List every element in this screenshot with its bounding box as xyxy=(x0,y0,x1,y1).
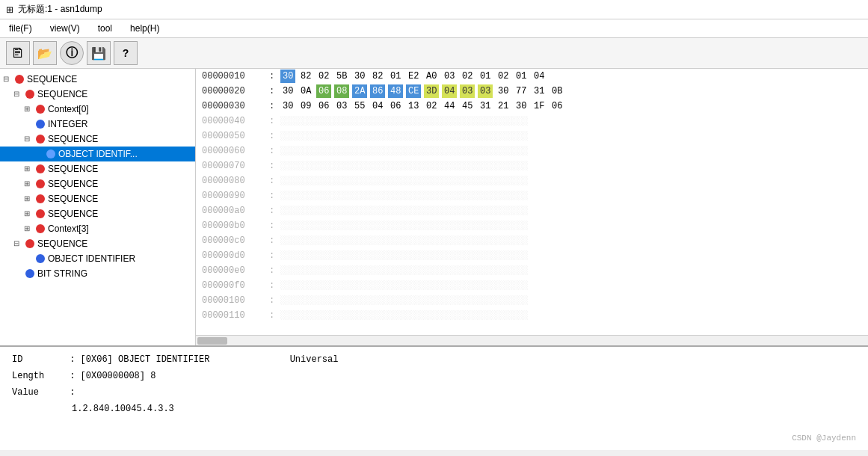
tree-dot xyxy=(25,239,34,248)
tree-label: SEQUENCE xyxy=(37,87,87,101)
app-icon: ⊞ xyxy=(6,4,13,15)
menu-help[interactable]: help(H) xyxy=(127,22,162,35)
title-text: 无标题:1 - asn1dump xyxy=(18,3,102,16)
hex-row: 00000070:░░░░░░░░░░░░░░░░░░░░░░░░░░░░░░░… xyxy=(196,158,868,173)
tree-label: BIT STRING xyxy=(37,267,87,280)
hex-row: 000000a0:░░░░░░░░░░░░░░░░░░░░░░░░░░░░░░░… xyxy=(196,203,868,218)
info-length-line: Length : [0X00000008] 8 xyxy=(12,369,856,383)
hex-row: 000000b0:░░░░░░░░░░░░░░░░░░░░░░░░░░░░░░░… xyxy=(196,218,868,233)
tree-dot xyxy=(36,179,45,188)
hex-row: 00000030 : 30 09 06 03 55 04 06 13 02 44… xyxy=(196,99,868,114)
hex-panel: 00000010 : 30 82 02 5B 30 82 01 E2 A0 03… xyxy=(196,69,868,335)
tree-label: SEQUENCE xyxy=(48,177,98,191)
expand-icon[interactable]: ⊞ xyxy=(24,102,34,116)
tree-dot xyxy=(36,135,45,144)
tree-panel: ⊟SEQUENCE⊟SEQUENCE⊞Context[0]INTEGER⊟SEQ… xyxy=(0,69,196,345)
id-value: [0X06] OBJECT IDENTIFIER xyxy=(81,354,210,365)
expand-icon[interactable]: ⊞ xyxy=(24,192,34,206)
tree-label: SEQUENCE xyxy=(48,207,98,221)
hex-scrollbar[interactable] xyxy=(196,335,868,345)
tree-item-seq7[interactable]: ⊞SEQUENCE xyxy=(0,206,195,221)
main-area: ⊟SEQUENCE⊟SEQUENCE⊞Context[0]INTEGER⊟SEQ… xyxy=(0,69,868,450)
info-button[interactable]: ⓘ xyxy=(60,41,84,65)
tree-item-ctx3[interactable]: ⊞Context[3] xyxy=(0,221,195,236)
menu-bar: file(F) view(V) tool help(H) xyxy=(0,19,868,38)
tree-item-seq3[interactable]: ⊟SEQUENCE xyxy=(0,132,195,147)
value-label: Value xyxy=(12,386,64,399)
tree-dot xyxy=(36,209,45,218)
tree-label: INTEGER xyxy=(48,117,87,131)
tree-item-seq6[interactable]: ⊞SEQUENCE xyxy=(0,191,195,206)
tree-item-bits1[interactable]: BIT STRING xyxy=(0,266,195,281)
tree-item-seq2[interactable]: ⊟SEQUENCE xyxy=(0,87,195,102)
tree-dot xyxy=(36,194,45,203)
open-button[interactable]: 📂 xyxy=(33,41,57,65)
expand-icon[interactable]: ⊞ xyxy=(24,207,34,221)
save-button[interactable]: 💾 xyxy=(87,41,111,65)
menu-view[interactable]: view(V) xyxy=(47,22,83,35)
tree-dot xyxy=(25,269,34,278)
id-label: ID xyxy=(12,353,64,366)
hex-row: 000000c0:░░░░░░░░░░░░░░░░░░░░░░░░░░░░░░░… xyxy=(196,233,868,248)
content-split: ⊟SEQUENCE⊟SEQUENCE⊞Context[0]INTEGER⊟SEQ… xyxy=(0,69,868,345)
info-panel: ID : [0X06] OBJECT IDENTIFIER Universal … xyxy=(0,345,868,450)
menu-file[interactable]: file(F) xyxy=(6,22,35,35)
tree-label: OBJECT IDENTIFIER xyxy=(48,252,135,265)
value-data: 1.2.840.10045.4.3.3 xyxy=(72,404,174,414)
info-value-line: Value : xyxy=(12,386,856,399)
tree-item-seq8[interactable]: ⊟SEQUENCE xyxy=(0,236,195,251)
info-value-data: 1.2.840.10045.4.3.3 xyxy=(72,402,856,416)
tree-item-seq5[interactable]: ⊞SEQUENCE xyxy=(0,176,195,191)
hex-row: 00000060:░░░░░░░░░░░░░░░░░░░░░░░░░░░░░░░… xyxy=(196,144,868,158)
hex-row: 000000d0:░░░░░░░░░░░░░░░░░░░░░░░░░░░░░░░… xyxy=(196,248,868,263)
tree-label: SEQUENCE xyxy=(27,73,77,86)
hex-row: 00000080:░░░░░░░░░░░░░░░░░░░░░░░░░░░░░░░… xyxy=(196,173,868,188)
tree-label: OBJECT IDENTIF... xyxy=(58,147,138,161)
menu-tool[interactable]: tool xyxy=(95,22,115,35)
tree-item-seq4[interactable]: ⊞SEQUENCE xyxy=(0,161,195,176)
hex-row: 00000110:░░░░░░░░░░░░░░░░░░░░░░░░░░░░░░░… xyxy=(196,308,868,323)
hex-row: 000000f0:░░░░░░░░░░░░░░░░░░░░░░░░░░░░░░░… xyxy=(196,278,868,293)
expand-icon[interactable]: ⊟ xyxy=(3,73,13,86)
watermark: CSDN @Jaydenn xyxy=(792,434,856,443)
tree-dot xyxy=(15,75,24,84)
tree-label: SEQUENCE xyxy=(37,237,87,250)
tree-label: Context[3] xyxy=(48,222,89,235)
hex-row: 00000100:░░░░░░░░░░░░░░░░░░░░░░░░░░░░░░░… xyxy=(196,293,868,308)
hex-row: 00000020 : 30 0A 06 08 2A 86 48 CE 3D 04… xyxy=(196,84,868,99)
title-bar: ⊞ 无标题:1 - asn1dump xyxy=(0,0,868,19)
tree-item-oid1[interactable]: OBJECT IDENTIF... xyxy=(0,147,195,161)
expand-icon[interactable]: ⊟ xyxy=(24,132,34,146)
tree-label: SEQUENCE xyxy=(48,132,98,146)
expand-icon[interactable]: ⊞ xyxy=(24,177,34,191)
tree-item-seq1[interactable]: ⊟SEQUENCE xyxy=(0,72,195,87)
expand-icon[interactable]: ⊟ xyxy=(13,237,24,250)
hex-empty-rows: 00000040:░░░░░░░░░░░░░░░░░░░░░░░░░░░░░░░… xyxy=(196,114,868,323)
length-label: Length xyxy=(12,369,64,383)
toolbar: 🖹 📂 ⓘ 💾 ? xyxy=(0,38,868,69)
tree-item-oid2[interactable]: OBJECT IDENTIFIER xyxy=(0,251,195,266)
help-button[interactable]: ? xyxy=(114,41,138,65)
tree-label: Context[0] xyxy=(48,102,89,116)
scroll-thumb[interactable] xyxy=(197,337,227,345)
tree-dot xyxy=(36,254,45,263)
tree-dot xyxy=(36,224,45,233)
hex-row: 00000050:░░░░░░░░░░░░░░░░░░░░░░░░░░░░░░░… xyxy=(196,129,868,144)
hex-row: 00000040:░░░░░░░░░░░░░░░░░░░░░░░░░░░░░░░… xyxy=(196,114,868,129)
tree-dot xyxy=(36,120,45,129)
new-button[interactable]: 🖹 xyxy=(6,41,30,65)
hex-row: 00000090:░░░░░░░░░░░░░░░░░░░░░░░░░░░░░░░… xyxy=(196,188,868,203)
tree-label: SEQUENCE xyxy=(48,192,98,206)
expand-icon[interactable]: ⊞ xyxy=(24,162,34,176)
hex-row: 00000010 : 30 82 02 5B 30 82 01 E2 A0 03… xyxy=(196,69,868,84)
tree-item-ctx0[interactable]: ⊞Context[0] xyxy=(0,102,195,117)
expand-icon[interactable]: ⊞ xyxy=(24,222,34,235)
tree-dot xyxy=(36,105,45,114)
tree-dot xyxy=(46,150,55,158)
expand-icon[interactable]: ⊟ xyxy=(13,87,24,101)
length-value: [0X00000008] 8 xyxy=(81,371,156,381)
tree-item-int1[interactable]: INTEGER xyxy=(0,117,195,132)
info-id-line: ID : [0X06] OBJECT IDENTIFIER Universal xyxy=(12,353,856,366)
tree-dot xyxy=(36,164,45,173)
hex-row: 000000e0:░░░░░░░░░░░░░░░░░░░░░░░░░░░░░░░… xyxy=(196,263,868,278)
